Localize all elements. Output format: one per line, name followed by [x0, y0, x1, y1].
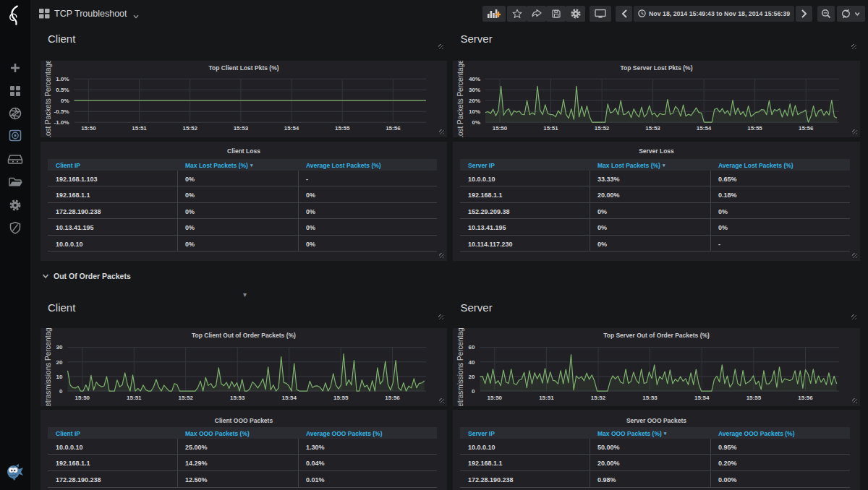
svg-text:Lost Packets Percentage: Lost Packets Percentage [456, 61, 464, 137]
svg-text:15:52: 15:52 [595, 125, 610, 132]
svg-text:10%: 10% [469, 108, 480, 115]
svg-text:Retrasmissions Percentage: Retrasmissions Percentage [456, 328, 464, 406]
svg-text:15:54: 15:54 [697, 125, 712, 132]
svg-text:-1.0%: -1.0% [54, 119, 69, 126]
svg-text:40: 40 [469, 359, 475, 366]
svg-text:15:50: 15:50 [493, 125, 508, 132]
svg-text:15:51: 15:51 [127, 395, 142, 401]
svg-text:15:55: 15:55 [746, 395, 762, 401]
svg-text:Lost Packets Percentage: Lost Packets Percentage [44, 61, 52, 137]
svg-text:15:53: 15:53 [645, 125, 660, 132]
svg-text:15:53: 15:53 [234, 125, 249, 132]
svg-text:30: 30 [56, 344, 63, 351]
svg-text:-0.5%: -0.5% [54, 108, 69, 115]
svg-text:15:54: 15:54 [281, 395, 297, 401]
svg-text:15:56: 15:56 [799, 125, 814, 132]
svg-text:20: 20 [469, 374, 475, 380]
svg-text:30%: 30% [469, 87, 480, 93]
svg-text:15:50: 15:50 [488, 395, 503, 401]
svg-text:15:50: 15:50 [75, 395, 90, 401]
svg-text:0: 0 [59, 388, 63, 395]
svg-text:15:52: 15:52 [182, 125, 197, 132]
svg-text:15:55: 15:55 [747, 125, 762, 132]
svg-text:1.0%: 1.0% [56, 76, 69, 82]
svg-text:0: 0 [472, 388, 475, 395]
svg-text:15:55: 15:55 [333, 395, 349, 401]
svg-text:15:51: 15:51 [132, 125, 147, 132]
svg-text:Retrasmissions Percentage: Retrasmissions Percentage [44, 328, 52, 406]
svg-text:0%: 0% [61, 98, 69, 104]
svg-text:15:53: 15:53 [642, 395, 658, 401]
svg-text:15:51: 15:51 [539, 395, 554, 401]
svg-text:15:56: 15:56 [798, 395, 813, 401]
svg-text:20: 20 [56, 359, 63, 366]
svg-text:15:50: 15:50 [81, 125, 96, 132]
svg-text:15:55: 15:55 [335, 125, 350, 132]
svg-text:15:52: 15:52 [178, 395, 193, 401]
svg-text:15:56: 15:56 [385, 395, 400, 401]
svg-text:15:52: 15:52 [591, 395, 606, 401]
svg-text:20%: 20% [469, 98, 480, 104]
svg-text:0.5%: 0.5% [56, 87, 69, 93]
svg-text:40%: 40% [469, 76, 480, 82]
svg-text:10: 10 [56, 374, 63, 380]
svg-text:0%: 0% [472, 119, 480, 126]
svg-text:15:56: 15:56 [386, 125, 401, 132]
svg-text:15:54: 15:54 [284, 125, 299, 132]
svg-text:60: 60 [469, 344, 475, 351]
svg-text:15:54: 15:54 [694, 395, 710, 401]
svg-text:15:51: 15:51 [543, 125, 558, 132]
svg-text:15:53: 15:53 [230, 395, 245, 401]
